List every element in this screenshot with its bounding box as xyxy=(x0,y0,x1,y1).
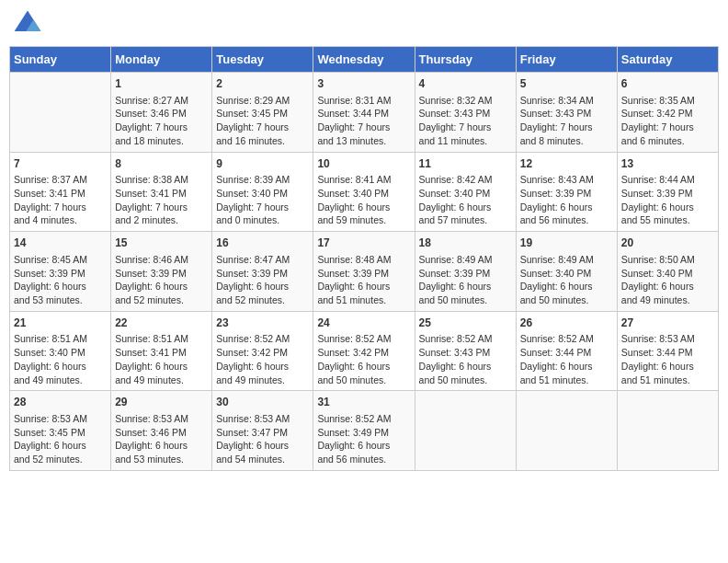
calendar-cell: 6Sunrise: 8:35 AMSunset: 3:42 PMDaylight… xyxy=(617,73,718,153)
cell-content-line: Daylight: 6 hours xyxy=(317,201,410,214)
day-number: 18 xyxy=(419,236,512,251)
cell-content-line: and 51 minutes. xyxy=(520,373,613,387)
day-number: 28 xyxy=(14,395,107,410)
cell-content-line: and 51 minutes. xyxy=(621,373,714,387)
cell-content-line: Sunrise: 8:29 AM xyxy=(216,94,309,108)
cell-content-line: Sunset: 3:42 PM xyxy=(216,346,309,360)
cell-content-line: Sunset: 3:39 PM xyxy=(216,267,309,281)
calendar-week-1: 1Sunrise: 8:27 AMSunset: 3:46 PMDaylight… xyxy=(10,73,719,153)
cell-content-line: and 50 minutes. xyxy=(520,293,613,307)
cell-content-line: and 0 minutes. xyxy=(216,213,309,227)
day-number: 4 xyxy=(419,76,512,92)
cell-content-line: and 57 minutes. xyxy=(419,213,512,227)
calendar-cell: 12Sunrise: 8:43 AMSunset: 3:39 PMDayligh… xyxy=(516,152,617,232)
cell-content-line: Daylight: 7 hours xyxy=(115,121,208,134)
cell-content-line: Daylight: 6 hours xyxy=(317,280,410,293)
day-number: 19 xyxy=(520,236,613,251)
day-number: 10 xyxy=(317,156,410,172)
calendar-cell: 17Sunrise: 8:48 AMSunset: 3:39 PMDayligh… xyxy=(313,232,415,312)
cell-content-line: and 6 minutes. xyxy=(621,134,714,148)
logo-icon xyxy=(13,9,42,39)
day-number: 31 xyxy=(317,395,410,410)
cell-content-line: Sunset: 3:44 PM xyxy=(520,346,613,360)
cell-content-line: Sunrise: 8:38 AM xyxy=(115,173,208,187)
cell-content-line: and 2 minutes. xyxy=(115,213,208,227)
calendar-cell: 2Sunrise: 8:29 AMSunset: 3:45 PMDaylight… xyxy=(212,73,313,153)
cell-content-line: Daylight: 7 hours xyxy=(216,201,309,214)
day-number: 11 xyxy=(419,156,512,172)
calendar-cell: 16Sunrise: 8:47 AMSunset: 3:39 PMDayligh… xyxy=(212,232,313,312)
cell-content-line: and 52 minutes. xyxy=(216,293,309,307)
cell-content-line: Sunset: 3:39 PM xyxy=(317,267,410,281)
weekday-header-friday: Friday xyxy=(516,47,617,73)
cell-content-line: Sunrise: 8:42 AM xyxy=(419,173,512,187)
day-number: 29 xyxy=(115,395,208,410)
cell-content-line: and 50 minutes. xyxy=(419,373,512,387)
logo xyxy=(13,9,46,39)
calendar-cell: 5Sunrise: 8:34 AMSunset: 3:43 PMDaylight… xyxy=(516,73,617,153)
day-number: 27 xyxy=(621,316,714,331)
calendar-cell: 20Sunrise: 8:50 AMSunset: 3:40 PMDayligh… xyxy=(617,232,718,312)
cell-content-line: and 18 minutes. xyxy=(115,134,208,148)
cell-content-line: and 49 minutes. xyxy=(621,293,714,307)
day-number: 2 xyxy=(216,76,309,92)
cell-content-line: Sunset: 3:39 PM xyxy=(419,267,512,281)
cell-content-line: Daylight: 6 hours xyxy=(419,280,512,293)
cell-content-line: Daylight: 6 hours xyxy=(216,439,309,453)
page-header xyxy=(9,9,719,39)
cell-content-line: Sunset: 3:45 PM xyxy=(14,426,107,440)
cell-content-line: Sunrise: 8:49 AM xyxy=(520,253,613,267)
cell-content-line: Sunset: 3:46 PM xyxy=(115,107,208,121)
calendar-cell: 3Sunrise: 8:31 AMSunset: 3:44 PMDaylight… xyxy=(313,73,415,153)
day-number: 5 xyxy=(520,76,613,92)
cell-content-line: and 4 minutes. xyxy=(14,213,107,227)
day-number: 12 xyxy=(520,156,613,172)
day-number: 8 xyxy=(115,156,208,172)
cell-content-line: Sunset: 3:39 PM xyxy=(520,187,613,201)
weekday-header-saturday: Saturday xyxy=(617,47,718,73)
cell-content-line: Sunset: 3:39 PM xyxy=(115,267,208,281)
calendar-cell: 1Sunrise: 8:27 AMSunset: 3:46 PMDaylight… xyxy=(111,73,212,153)
cell-content-line: Sunrise: 8:51 AM xyxy=(115,332,208,346)
calendar-week-2: 7Sunrise: 8:37 AMSunset: 3:41 PMDaylight… xyxy=(10,152,719,232)
cell-content-line: Sunrise: 8:31 AM xyxy=(317,94,410,108)
cell-content-line: Daylight: 6 hours xyxy=(14,280,107,293)
cell-content-line: Sunrise: 8:52 AM xyxy=(317,412,410,426)
calendar-cell: 28Sunrise: 8:53 AMSunset: 3:45 PMDayligh… xyxy=(10,391,111,471)
calendar-cell: 15Sunrise: 8:46 AMSunset: 3:39 PMDayligh… xyxy=(111,232,212,312)
calendar-cell: 27Sunrise: 8:53 AMSunset: 3:44 PMDayligh… xyxy=(617,311,718,391)
cell-content-line: Sunset: 3:40 PM xyxy=(621,267,714,281)
day-number: 14 xyxy=(14,236,107,251)
cell-content-line: Daylight: 6 hours xyxy=(317,439,410,453)
weekday-header-wednesday: Wednesday xyxy=(313,47,415,73)
cell-content-line: Sunrise: 8:43 AM xyxy=(520,173,613,187)
calendar-week-4: 21Sunrise: 8:51 AMSunset: 3:40 PMDayligh… xyxy=(10,311,719,391)
cell-content-line: Sunset: 3:43 PM xyxy=(419,346,512,360)
calendar-cell: 9Sunrise: 8:39 AMSunset: 3:40 PMDaylight… xyxy=(212,152,313,232)
cell-content-line: Sunrise: 8:44 AM xyxy=(621,173,714,187)
cell-content-line: Sunrise: 8:35 AM xyxy=(621,94,714,108)
weekday-header-tuesday: Tuesday xyxy=(212,47,313,73)
calendar-cell: 31Sunrise: 8:52 AMSunset: 3:49 PMDayligh… xyxy=(313,391,415,471)
day-number: 20 xyxy=(621,236,714,251)
day-number: 15 xyxy=(115,236,208,251)
day-number: 21 xyxy=(14,316,107,331)
cell-content-line: and 49 minutes. xyxy=(216,373,309,387)
calendar-cell: 7Sunrise: 8:37 AMSunset: 3:41 PMDaylight… xyxy=(10,152,111,232)
calendar-cell: 30Sunrise: 8:53 AMSunset: 3:47 PMDayligh… xyxy=(212,391,313,471)
cell-content-line: Daylight: 6 hours xyxy=(115,439,208,453)
cell-content-line: Sunset: 3:45 PM xyxy=(216,107,309,121)
cell-content-line: Daylight: 7 hours xyxy=(317,121,410,134)
cell-content-line: Daylight: 7 hours xyxy=(216,121,309,134)
calendar-cell xyxy=(516,391,617,471)
calendar-cell: 11Sunrise: 8:42 AMSunset: 3:40 PMDayligh… xyxy=(415,152,516,232)
calendar-cell: 14Sunrise: 8:45 AMSunset: 3:39 PMDayligh… xyxy=(10,232,111,312)
calendar-cell: 25Sunrise: 8:52 AMSunset: 3:43 PMDayligh… xyxy=(415,311,516,391)
day-number: 7 xyxy=(14,156,107,172)
cell-content-line: Daylight: 7 hours xyxy=(621,121,714,134)
day-number: 3 xyxy=(317,76,410,92)
cell-content-line: Sunrise: 8:51 AM xyxy=(14,332,107,346)
cell-content-line: Sunset: 3:40 PM xyxy=(317,187,410,201)
cell-content-line: and 52 minutes. xyxy=(115,293,208,307)
cell-content-line: Sunset: 3:43 PM xyxy=(520,107,613,121)
